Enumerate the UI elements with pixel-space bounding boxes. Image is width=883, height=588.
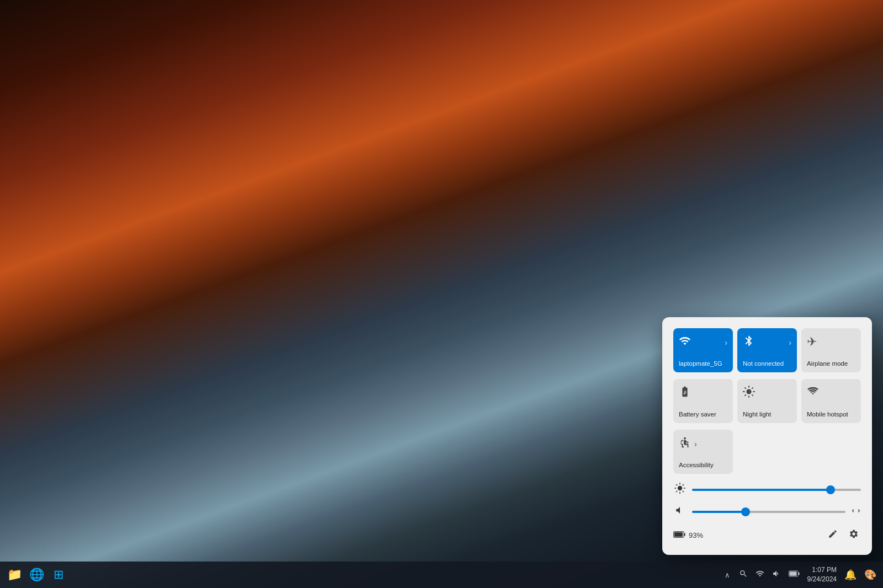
brightness-slider-row <box>673 483 861 496</box>
panel-footer: 93% <box>673 527 861 544</box>
quick-toggles-row3: › Accessibility <box>673 430 861 474</box>
night-light-icon <box>743 386 755 400</box>
volume-tray-icon[interactable] <box>770 567 783 582</box>
wifi-icon <box>679 335 691 350</box>
mobile-hotspot-label: Mobile hotspot <box>807 411 848 419</box>
bluetooth-icon <box>743 335 755 350</box>
accessibility-tile[interactable]: › Accessibility <box>673 430 733 474</box>
edit-button[interactable] <box>826 527 840 544</box>
volume-slider-row <box>673 505 861 518</box>
taskbar-left: 📁 🌐 ⊞ <box>4 565 68 585</box>
brightness-slider[interactable] <box>692 484 861 495</box>
volume-icon <box>673 505 687 518</box>
wifi-chevron: › <box>725 338 727 347</box>
quick-toggles-row2: Battery saver Night light <box>673 379 861 423</box>
airplane-tile[interactable]: ✈ Airplane mode <box>801 328 861 372</box>
svg-rect-8 <box>798 573 799 575</box>
svg-point-0 <box>746 389 751 394</box>
svg-rect-7 <box>789 571 796 576</box>
airplane-icon: ✈ <box>807 335 817 349</box>
bluetooth-chevron: › <box>789 338 791 347</box>
night-light-label: Night light <box>743 411 771 419</box>
battery-percent: 93% <box>689 531 703 539</box>
svg-point-1 <box>684 437 686 440</box>
tray-overflow-button[interactable]: ∧ <box>721 569 733 581</box>
taskbar: 📁 🌐 ⊞ ∧ 1:07 PM <box>0 562 883 588</box>
airplane-label: Airplane mode <box>807 360 848 368</box>
svg-rect-4 <box>674 532 683 536</box>
file-explorer-icon[interactable]: 📁 <box>4 565 24 585</box>
battery-tray-icon[interactable] <box>786 568 802 582</box>
night-light-tile[interactable]: Night light <box>737 379 797 423</box>
brightness-icon <box>673 483 687 496</box>
battery-saver-icon <box>679 386 691 400</box>
clock-time: 1:07 PM <box>812 565 837 575</box>
clock-date: 9/24/2024 <box>807 575 837 584</box>
footer-action-icons <box>826 527 861 544</box>
notification-bell-icon[interactable]: 🔔 <box>842 566 859 583</box>
quick-toggles-row1: › laptopmate_5G › Not connected ✈ Airpla… <box>673 328 861 372</box>
bluetooth-label: Not connected <box>743 360 784 368</box>
bluetooth-tile[interactable]: › Not connected <box>737 328 797 372</box>
accessibility-label: Accessibility <box>679 462 714 469</box>
battery-saver-label: Battery saver <box>679 411 716 419</box>
accessibility-icon <box>679 436 691 451</box>
wifi-tray-icon[interactable] <box>753 567 767 582</box>
volume-slider[interactable] <box>692 506 845 517</box>
system-tray: ∧ <box>721 567 802 582</box>
svg-point-2 <box>678 486 682 490</box>
volume-settings-icon[interactable] <box>851 506 861 517</box>
accessibility-chevron: › <box>694 440 697 448</box>
mobile-hotspot-icon <box>807 386 819 400</box>
start-menu-icon[interactable]: ⊞ <box>49 565 68 585</box>
taskbar-right: ∧ 1:07 PM 9/24/2024 🔔 🎨 <box>721 565 879 584</box>
settings-button[interactable] <box>847 527 861 544</box>
mobile-hotspot-tile[interactable]: Mobile hotspot <box>801 379 861 423</box>
wifi-label: laptopmate_5G <box>679 360 722 368</box>
sliders-section <box>673 483 861 518</box>
system-clock[interactable]: 1:07 PM 9/24/2024 <box>805 565 839 584</box>
quick-settings-panel: › laptopmate_5G › Not connected ✈ Airpla… <box>662 317 872 555</box>
battery-info: 93% <box>673 531 703 541</box>
edge-browser-icon[interactable]: 🌐 <box>26 565 46 585</box>
search-tray-icon[interactable] <box>737 567 750 582</box>
battery-saver-tile[interactable]: Battery saver <box>673 379 733 423</box>
battery-icon <box>673 531 685 541</box>
color-profile-icon[interactable]: 🎨 <box>862 566 879 583</box>
wifi-tile[interactable]: › laptopmate_5G <box>673 328 733 372</box>
svg-rect-5 <box>684 533 685 536</box>
